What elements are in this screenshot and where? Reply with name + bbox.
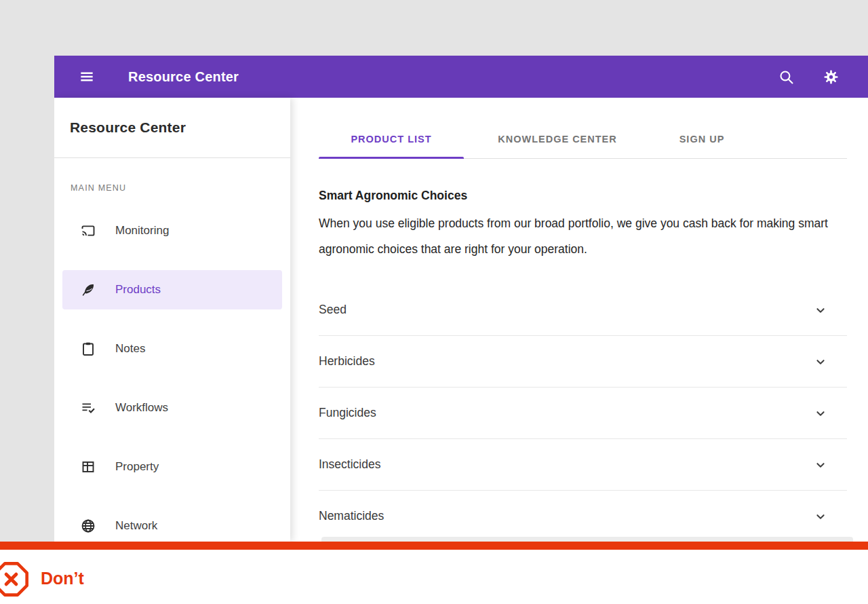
sidebar-nav: Monitoring Products xyxy=(54,211,290,542)
sidebar-item-label: Notes xyxy=(115,342,145,356)
accordion-row-seed[interactable]: Seed xyxy=(319,284,847,336)
content-bottom-edge xyxy=(321,537,853,542)
sidebar-item-label: Products xyxy=(115,283,161,297)
accordion-label: Herbicides xyxy=(319,354,375,369)
checklist-icon xyxy=(80,400,96,416)
tab-knowledge-center[interactable]: KNOWLEDGE CENTER xyxy=(464,98,651,158)
search-icon[interactable] xyxy=(778,69,795,86)
accordion-row-fungicides[interactable]: Fungicides xyxy=(319,388,847,439)
content-paragraph: When you use eligible products from our … xyxy=(319,210,840,262)
sidebar-item-label: Property xyxy=(115,460,159,474)
chevron-down-icon[interactable] xyxy=(813,354,828,369)
sidebar-section-label: MAIN MENU xyxy=(71,183,290,193)
octagon-x-icon xyxy=(0,561,30,601)
active-tab-indicator xyxy=(319,157,464,159)
sidebar-item-label: Workflows xyxy=(115,401,168,415)
accordion-label: Insecticides xyxy=(319,457,380,472)
tab-product-list[interactable]: PRODUCT LIST xyxy=(319,98,464,158)
tab-label: SIGN UP xyxy=(679,134,725,145)
tab-label: PRODUCT LIST xyxy=(351,134,431,145)
navigation-drawer: Resource Center MAIN MENU Monitoring xyxy=(54,98,290,542)
sidebar-item-network[interactable]: Network xyxy=(62,506,282,542)
accordion-row-nematicides[interactable]: Nematicides xyxy=(319,491,847,542)
clipboard-icon xyxy=(80,341,96,357)
dont-label: Don’t xyxy=(41,569,84,588)
sidebar-item-property[interactable]: Property xyxy=(62,447,282,487)
sidebar-item-label: Monitoring xyxy=(115,224,169,238)
tab-label: KNOWLEDGE CENTER xyxy=(498,134,617,145)
gear-icon[interactable] xyxy=(823,69,840,86)
dont-caption-area: Don’t xyxy=(0,550,868,604)
tab-sign-up[interactable]: SIGN UP xyxy=(651,98,753,158)
sidebar-item-products[interactable]: Products xyxy=(62,270,282,309)
product-accordion: Seed Herbicides Fungicides xyxy=(319,284,847,542)
sidebar-item-workflows[interactable]: Workflows xyxy=(62,388,282,428)
chevron-down-icon[interactable] xyxy=(813,457,828,472)
globe-icon xyxy=(80,518,96,534)
dont-divider-bar xyxy=(0,542,868,550)
resource-center-app-window: Resource Center Resourc xyxy=(54,56,868,542)
cast-icon xyxy=(80,223,96,239)
tab-bar: PRODUCT LIST KNOWLEDGE CENTER SIGN UP xyxy=(319,98,847,159)
accordion-label: Fungicides xyxy=(319,406,376,420)
chevron-down-icon[interactable] xyxy=(813,406,828,421)
app-title: Resource Center xyxy=(128,69,239,85)
table-layout-icon xyxy=(80,459,96,475)
sidebar-item-monitoring[interactable]: Monitoring xyxy=(62,211,282,250)
app-body: Resource Center MAIN MENU Monitoring xyxy=(54,98,868,542)
sidebar-item-notes[interactable]: Notes xyxy=(62,329,282,369)
feather-icon xyxy=(80,282,96,298)
chevron-down-icon[interactable] xyxy=(813,509,828,524)
app-header-bar: Resource Center xyxy=(54,56,868,98)
accordion-label: Nematicides xyxy=(319,509,384,523)
sidebar-title: Resource Center xyxy=(70,119,186,136)
hamburger-menu-icon[interactable] xyxy=(78,68,96,86)
main-content: PRODUCT LIST KNOWLEDGE CENTER SIGN UP Sm… xyxy=(290,98,868,542)
accordion-label: Seed xyxy=(319,303,347,317)
accordion-row-herbicides[interactable]: Herbicides xyxy=(319,336,847,388)
sidebar-item-label: Network xyxy=(115,519,157,533)
content-heading: Smart Agronomic Choices xyxy=(319,189,847,203)
accordion-row-insecticides[interactable]: Insecticides xyxy=(319,439,847,491)
content-body: Smart Agronomic Choices When you use eli… xyxy=(290,189,868,542)
sidebar-header: Resource Center xyxy=(54,98,290,158)
chevron-down-icon[interactable] xyxy=(813,303,828,318)
